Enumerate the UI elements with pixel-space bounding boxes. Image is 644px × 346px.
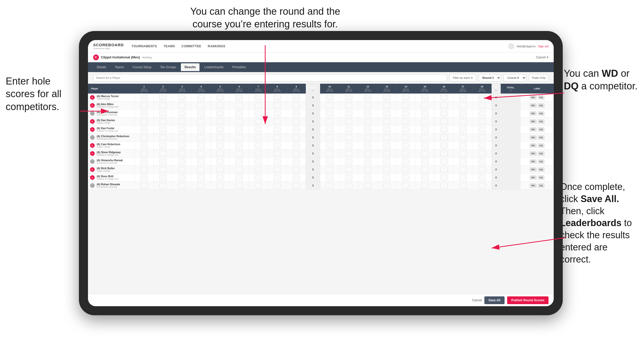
totals-only-button[interactable]: Totals Only xyxy=(529,74,549,81)
hole-14-input-cell[interactable] xyxy=(396,158,416,166)
hole-15-input-cell[interactable] xyxy=(415,134,434,142)
hole-7-input-cell[interactable] xyxy=(249,94,268,102)
hole-8-input-cell[interactable] xyxy=(268,142,287,150)
score-input-hole-13[interactable] xyxy=(383,151,390,156)
score-input-hole-6[interactable] xyxy=(235,183,243,188)
wd-button[interactable]: WD xyxy=(530,95,537,99)
score-input-hole-16[interactable] xyxy=(440,135,448,140)
hole-2-input-cell[interactable] xyxy=(154,110,173,118)
hole-5-input-cell[interactable] xyxy=(211,174,230,182)
score-input-hole-13[interactable] xyxy=(383,95,390,100)
score-input-hole-7[interactable] xyxy=(255,175,262,180)
score-input-hole-2[interactable] xyxy=(159,127,167,132)
hole-7-input-cell[interactable] xyxy=(249,174,268,182)
nav-rankings[interactable]: RANKINGS xyxy=(208,44,225,48)
hole-7-input-cell[interactable] xyxy=(249,158,268,166)
hole-17-input-cell[interactable] xyxy=(453,174,472,182)
score-input-hole-7[interactable] xyxy=(255,95,262,100)
score-input-hole-12[interactable] xyxy=(364,127,371,132)
hole-15-input-cell[interactable] xyxy=(415,182,434,190)
dq-button[interactable]: DQ xyxy=(538,143,545,148)
score-input-hole-11[interactable] xyxy=(345,127,352,132)
hole-16-input-cell[interactable] xyxy=(434,110,454,118)
hole-12-input-cell[interactable] xyxy=(358,150,377,158)
score-input-hole-3[interactable] xyxy=(179,103,186,108)
score-input-hole-18[interactable] xyxy=(478,143,486,148)
score-input-hole-17[interactable] xyxy=(459,111,467,116)
hole-1-input-cell[interactable] xyxy=(135,126,154,134)
hole-13-input-cell[interactable] xyxy=(377,182,396,190)
hole-7-input-cell[interactable] xyxy=(249,118,268,126)
score-input-hole-6[interactable] xyxy=(235,167,243,172)
hole-18-input-cell[interactable] xyxy=(472,134,492,142)
score-input-hole-10[interactable] xyxy=(326,175,333,180)
hole-10-input-cell[interactable] xyxy=(320,102,339,110)
dq-button[interactable]: DQ xyxy=(538,103,545,107)
hole-6-input-cell[interactable] xyxy=(230,182,249,190)
hole-3-input-cell[interactable] xyxy=(173,126,192,134)
wd-button[interactable]: WD xyxy=(530,167,537,172)
score-input-hole-10[interactable] xyxy=(326,135,333,140)
score-input-hole-13[interactable] xyxy=(383,175,390,180)
hole-1-input-cell[interactable] xyxy=(135,134,154,142)
score-input-hole-9[interactable] xyxy=(293,151,300,156)
hole-14-input-cell[interactable] xyxy=(396,142,416,150)
hole-4-input-cell[interactable] xyxy=(192,150,211,158)
hole-11-input-cell[interactable] xyxy=(339,158,358,166)
score-table-wrapper[interactable]: Player 1 PAR 4 340 YDS 2 xyxy=(88,84,554,294)
hole-8-input-cell[interactable] xyxy=(268,182,287,190)
score-input-hole-17[interactable] xyxy=(459,135,467,140)
hole-16-input-cell[interactable] xyxy=(434,142,454,150)
hole-9-input-cell[interactable] xyxy=(287,174,306,182)
tab-leaderboards[interactable]: Leaderboards xyxy=(201,63,227,71)
score-input-hole-4[interactable] xyxy=(197,111,205,116)
score-input-hole-14[interactable] xyxy=(402,119,409,124)
hole-16-input-cell[interactable] xyxy=(434,126,454,134)
score-input-hole-2[interactable] xyxy=(159,111,167,116)
score-input-hole-3[interactable] xyxy=(179,127,186,132)
hole-9-input-cell[interactable] xyxy=(287,94,306,102)
score-input-hole-5[interactable] xyxy=(217,175,224,180)
hole-8-input-cell[interactable] xyxy=(268,126,287,134)
hole-4-input-cell[interactable] xyxy=(192,142,211,150)
hole-5-input-cell[interactable] xyxy=(211,182,230,190)
score-input-hole-11[interactable] xyxy=(345,151,352,156)
score-input-hole-1[interactable] xyxy=(140,119,148,124)
hole-17-input-cell[interactable] xyxy=(453,142,472,150)
score-input-hole-11[interactable] xyxy=(345,183,352,188)
score-input-hole-14[interactable] xyxy=(402,135,409,140)
score-input-hole-5[interactable] xyxy=(217,119,224,124)
score-input-hole-17[interactable] xyxy=(459,167,467,172)
nav-committee[interactable]: COMMITTEE xyxy=(181,44,201,48)
hole-9-input-cell[interactable] xyxy=(287,150,306,158)
score-input-hole-5[interactable] xyxy=(217,167,224,172)
score-input-hole-1[interactable] xyxy=(140,127,148,132)
score-input-hole-16[interactable] xyxy=(440,143,448,148)
score-input-hole-7[interactable] xyxy=(255,103,262,108)
score-input-hole-4[interactable] xyxy=(197,95,205,100)
hole-3-input-cell[interactable] xyxy=(173,142,192,150)
score-input-hole-12[interactable] xyxy=(364,119,371,124)
score-input-hole-4[interactable] xyxy=(197,175,205,180)
score-input-hole-10[interactable] xyxy=(326,159,333,164)
hole-18-input-cell[interactable] xyxy=(472,150,492,158)
hole-14-input-cell[interactable] xyxy=(396,118,416,126)
hole-16-input-cell[interactable] xyxy=(434,166,454,174)
hole-1-input-cell[interactable] xyxy=(135,102,154,110)
score-input-hole-1[interactable] xyxy=(140,111,148,116)
score-input-hole-13[interactable] xyxy=(383,167,390,172)
hole-14-input-cell[interactable] xyxy=(396,166,416,174)
score-input-hole-17[interactable] xyxy=(459,143,467,148)
score-input-hole-7[interactable] xyxy=(255,183,262,188)
hole-12-input-cell[interactable] xyxy=(358,102,377,110)
tab-printables[interactable]: Printables xyxy=(228,63,249,71)
score-input-hole-9[interactable] xyxy=(293,95,300,100)
score-input-hole-3[interactable] xyxy=(179,119,186,124)
hole-18-input-cell[interactable] xyxy=(472,174,492,182)
hole-7-input-cell[interactable] xyxy=(249,102,268,110)
score-input-hole-12[interactable] xyxy=(364,183,371,188)
score-input-hole-12[interactable] xyxy=(364,151,371,156)
score-input-hole-16[interactable] xyxy=(440,95,448,100)
wd-button[interactable]: WD xyxy=(530,183,537,188)
hole-6-input-cell[interactable] xyxy=(230,166,249,174)
